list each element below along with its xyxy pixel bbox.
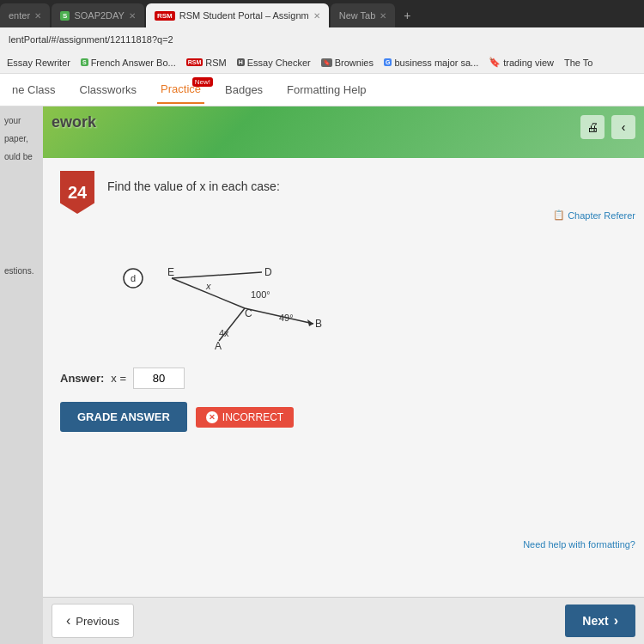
bookmark-french-icon: S bbox=[81, 58, 88, 66]
help-formatting[interactable]: Need help with formatting? bbox=[523, 539, 635, 550]
svg-text:d: d bbox=[131, 273, 136, 283]
previous-label: Previous bbox=[76, 615, 119, 628]
chevron-left-icon bbox=[66, 613, 70, 629]
bookmarks-bar: Essay Rewriter S French Answer Bo... RSM… bbox=[0, 52, 644, 74]
previous-button[interactable]: Previous bbox=[52, 604, 134, 638]
bookmark-essay-checker-icon: H bbox=[237, 58, 245, 66]
grade-answer-button[interactable]: GRADE ANSWER bbox=[60, 402, 187, 432]
question-text: Find the value of x in each case: bbox=[107, 175, 280, 193]
svg-text:A: A bbox=[215, 340, 222, 351]
tab-newtab[interactable]: New Tab ✕ bbox=[331, 3, 396, 27]
nav-formatting-help[interactable]: Formatting Help bbox=[283, 76, 369, 103]
tab-soap2day-icon: S bbox=[60, 11, 70, 21]
tab-soap2day-close[interactable]: ✕ bbox=[129, 11, 136, 21]
tab-enter-label: enter bbox=[9, 10, 30, 21]
collapse-icon[interactable]: ‹ bbox=[611, 115, 635, 139]
bookmark-brownies-label: Brownies bbox=[335, 58, 374, 68]
banner-icons: 🖨 ‹ bbox=[580, 115, 635, 139]
new-badge: New! bbox=[192, 77, 213, 87]
sidebar-text-paper: paper, bbox=[4, 133, 39, 144]
tab-rsm-icon: RSM bbox=[155, 11, 175, 21]
incorrect-icon: ✕ bbox=[206, 411, 218, 423]
address-text: lentPortal/#/assignment/12111818?q=2 bbox=[9, 34, 173, 45]
bookmark-rsm[interactable]: RSM RSM bbox=[186, 58, 227, 68]
bookmark-the-to[interactable]: The To bbox=[564, 58, 592, 68]
svg-text:B: B bbox=[315, 318, 322, 330]
bookmark-business-label: business major sa... bbox=[394, 58, 478, 68]
tab-soap2day-label: SOAP2DAY bbox=[74, 10, 125, 21]
action-row: GRADE ANSWER ✕ INCORRECT bbox=[60, 402, 627, 432]
bookmark-business-icon: G bbox=[384, 58, 392, 66]
answer-row: Answer: x = bbox=[60, 368, 627, 389]
bookmark-essay-rewriter[interactable]: Essay Rewriter bbox=[7, 58, 70, 68]
help-formatting-label: Need help with formatting? bbox=[523, 539, 635, 550]
svg-text:E: E bbox=[167, 266, 174, 278]
browser-chrome: enter ✕ S SOAP2DAY ✕ RSM RSM Student Por… bbox=[0, 0, 644, 74]
svg-text:x: x bbox=[205, 281, 211, 291]
tab-bar: enter ✕ S SOAP2DAY ✕ RSM RSM Student Por… bbox=[0, 0, 644, 27]
nav-classworks-label: Classworks bbox=[80, 83, 137, 96]
next-label: Next bbox=[582, 614, 608, 628]
bookmark-brownies-icon: 🔖 bbox=[321, 58, 332, 67]
tab-enter[interactable]: enter ✕ bbox=[0, 3, 50, 27]
bookmark-french[interactable]: S French Answer Bo... bbox=[81, 58, 176, 68]
nav-formatting-help-label: Formatting Help bbox=[287, 83, 366, 96]
answer-label: Answer: bbox=[60, 372, 104, 385]
sidebar-text-estions: estions. bbox=[4, 265, 39, 276]
tab-soap2day[interactable]: S SOAP2DAY ✕ bbox=[52, 3, 144, 27]
sidebar-text-your: your bbox=[4, 115, 39, 126]
next-button[interactable]: Next bbox=[565, 605, 635, 637]
bookmark-the-to-label: The To bbox=[564, 58, 592, 68]
svg-line-3 bbox=[172, 272, 262, 278]
tab-newtab-label: New Tab bbox=[339, 10, 376, 21]
bookmark-french-label: French Answer Bo... bbox=[91, 58, 176, 68]
tab-rsm-label: RSM Student Portal – Assignm bbox=[179, 10, 309, 21]
bookmark-brownies[interactable]: 🔖 Brownies bbox=[321, 58, 374, 68]
bookmark-essay-checker[interactable]: H Essay Checker bbox=[237, 58, 311, 68]
bookmark-business[interactable]: G business major sa... bbox=[384, 58, 478, 68]
geometry-svg: d E D x 100° C bbox=[86, 222, 361, 351]
bookmark-trading-icon: 🔖 bbox=[489, 57, 501, 68]
answer-eq: x = bbox=[111, 372, 126, 385]
chapter-ref-icon: 📋 bbox=[553, 210, 565, 221]
sidebar-text-ouldbe: ould be bbox=[4, 151, 39, 162]
svg-text:D: D bbox=[264, 266, 272, 278]
address-bar[interactable]: lentPortal/#/assignment/12111818?q=2 bbox=[0, 27, 644, 52]
tab-rsm-close[interactable]: ✕ bbox=[313, 11, 320, 21]
bookmark-essay-rewriter-label: Essay Rewriter bbox=[7, 58, 70, 68]
svg-text:4x: 4x bbox=[219, 328, 229, 338]
bookmark-trading[interactable]: 🔖 trading view bbox=[489, 57, 554, 68]
chapter-reference[interactable]: 📋 Chapter Referer bbox=[553, 210, 635, 221]
bookmark-trading-label: trading view bbox=[503, 58, 554, 68]
left-sidebar: your paper, ould be estions. bbox=[0, 106, 43, 644]
nav-classworks[interactable]: Classworks bbox=[76, 76, 140, 103]
nav-badges[interactable]: Badges bbox=[222, 76, 266, 103]
chevron-right-icon bbox=[614, 613, 618, 629]
nav-class[interactable]: ne Class bbox=[9, 76, 59, 103]
banner: ework 🖨 ‹ bbox=[43, 106, 644, 158]
geometry-diagram: d E D x 100° C bbox=[86, 222, 627, 355]
app-nav: ne Class Classworks Practice New! Badges… bbox=[0, 74, 644, 106]
incorrect-badge: ✕ INCORRECT bbox=[196, 407, 294, 428]
print-icon[interactable]: 🖨 bbox=[580, 115, 605, 139]
bookmark-rsm-icon: RSM bbox=[186, 58, 204, 66]
bookmark-essay-checker-label: Essay Checker bbox=[247, 58, 311, 68]
svg-text:100°: 100° bbox=[251, 289, 270, 300]
question-number: 24 bbox=[60, 171, 94, 214]
tab-enter-close[interactable]: ✕ bbox=[34, 11, 41, 21]
chapter-ref-label: Chapter Referer bbox=[568, 210, 635, 221]
tab-rsm[interactable]: RSM RSM Student Portal – Assignm ✕ bbox=[146, 3, 329, 27]
question-area: 📋 Chapter Referer 24 Find the value of x… bbox=[43, 158, 644, 597]
content-area: ework 🖨 ‹ 📋 Chapter Referer 24 Find the … bbox=[43, 106, 644, 644]
nav-badges-label: Badges bbox=[225, 83, 263, 96]
new-tab-button[interactable]: + bbox=[397, 3, 417, 27]
bookmark-rsm-label: RSM bbox=[205, 58, 226, 68]
nav-practice[interactable]: Practice New! bbox=[157, 76, 204, 104]
main-area: your paper, ould be estions. ework 🖨 ‹ 📋… bbox=[0, 106, 644, 644]
banner-title: ework bbox=[52, 113, 96, 131]
answer-input[interactable] bbox=[133, 368, 185, 389]
nav-bottom: Previous Next bbox=[43, 597, 644, 644]
incorrect-label: INCORRECT bbox=[222, 411, 283, 423]
svg-text:49°: 49° bbox=[279, 313, 294, 323]
tab-newtab-close[interactable]: ✕ bbox=[380, 11, 386, 21]
